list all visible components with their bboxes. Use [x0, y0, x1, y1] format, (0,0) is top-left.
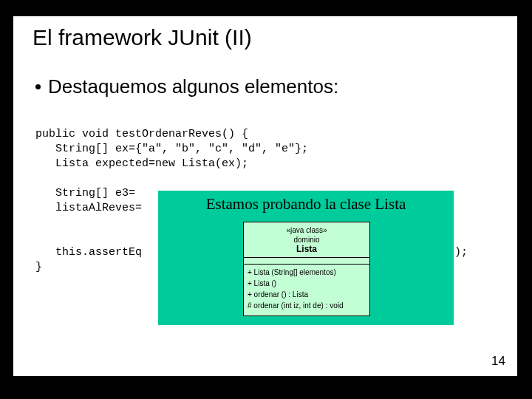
- code-line: String[] e3=: [35, 187, 135, 200]
- callout-box: Estamos probando la clase Lista «java cl…: [158, 191, 454, 325]
- code-line: this.assertEq: [35, 246, 142, 259]
- code-line: String[] ex={"a", "b", "c", "d", "e"};: [35, 143, 308, 155]
- slide-title: El framework JUnit (II): [33, 25, 252, 50]
- uml-stereotype: «java class»: [245, 225, 368, 235]
- leader-line: [91, 177, 92, 178]
- bullet-dot: [35, 84, 41, 89]
- uml-classname: Lista: [245, 245, 368, 254]
- bullet-text: Destaquemos algunos elementos:: [48, 75, 338, 98]
- uml-operations: + Lista (String[] elementos) + Lista () …: [244, 265, 369, 316]
- page-number: 14: [491, 354, 505, 369]
- bullet-item: Destaquemos algunos elementos:: [35, 75, 338, 98]
- code-line: }: [35, 261, 42, 273]
- uml-header: «java class» dominio Lista: [244, 222, 369, 258]
- uml-op: # ordenar (int iz, int de) : void: [248, 300, 366, 311]
- slide: El framework JUnit (II) Destaquemos algu…: [13, 16, 517, 376]
- uml-attributes: [244, 258, 369, 265]
- code-line: public void testOrdenarReves() {: [35, 128, 248, 140]
- callout-text: Estamos probando la clase Lista: [158, 195, 454, 214]
- code-line-tail: );: [454, 246, 468, 259]
- uml-op: + Lista (String[] elementos): [248, 267, 366, 278]
- uml-op: + ordenar () : Lista: [248, 289, 366, 300]
- code-line: listaAlReves=: [35, 202, 142, 214]
- uml-class-box: «java class» dominio Lista + Lista (Stri…: [243, 222, 370, 316]
- code-line: Lista expected=new Lista(ex);: [35, 157, 248, 170]
- uml-op: + Lista (): [248, 278, 366, 289]
